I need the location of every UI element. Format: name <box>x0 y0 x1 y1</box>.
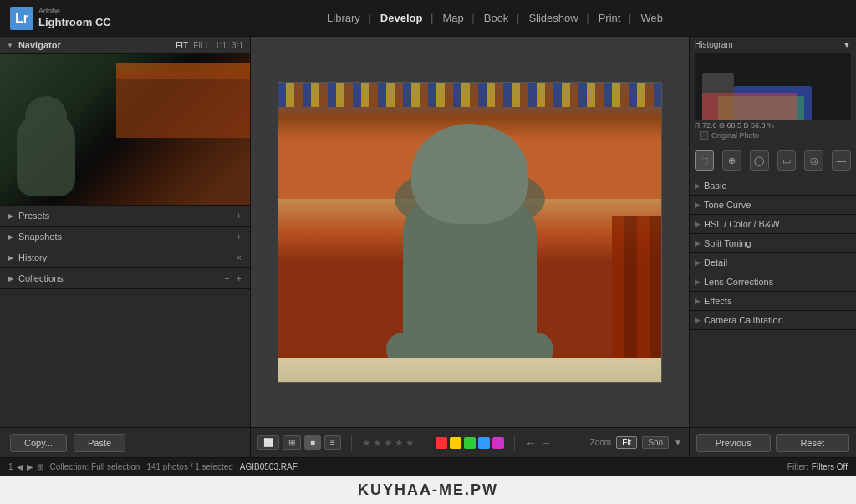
camera-calibration-panel-item[interactable]: ▶ Camera Calibration <box>690 311 856 330</box>
logo-text: Adobe Lightroom CC <box>38 7 111 28</box>
next-arrow-btn[interactable]: → <box>540 436 552 450</box>
original-photo-checkbox[interactable] <box>700 131 708 140</box>
nav-3-1-btn[interactable]: 3:1 <box>232 41 243 50</box>
history-section: ▶ History × <box>0 247 250 268</box>
zoom-fit-btn[interactable]: Fit <box>616 436 637 449</box>
nav-slideshow[interactable]: Slideshow <box>518 8 588 28</box>
color-label-yellow[interactable] <box>450 437 461 449</box>
brush-btn[interactable]: — <box>832 150 851 171</box>
zoom-sho-btn[interactable]: Sho <box>642 436 669 449</box>
nav-lion <box>17 113 75 196</box>
star-1[interactable]: ★ <box>362 437 371 449</box>
reset-button[interactable]: Reset <box>776 434 850 452</box>
snapshots-header[interactable]: ▶ Snapshots + <box>0 227 250 247</box>
histogram-title: Histogram <box>695 40 733 49</box>
star-2[interactable]: ★ <box>373 437 382 449</box>
lens-corrections-panel-item[interactable]: ▶ Lens Corrections <box>690 272 856 292</box>
collections-minus-btn[interactable]: − <box>224 273 229 283</box>
zoom-dropdown-icon[interactable]: ▼ <box>674 438 682 447</box>
color-label-blue[interactable] <box>478 437 490 449</box>
detail-panel-item[interactable]: ▶ Detail <box>690 253 856 272</box>
collections-section: ▶ Collections − + <box>0 268 250 289</box>
histogram-dropdown-icon[interactable]: ▼ <box>843 40 851 49</box>
snapshots-add-btn[interactable]: + <box>237 232 242 242</box>
presets-header[interactable]: ▶ Presets + <box>0 206 250 226</box>
main-image-area <box>251 37 689 427</box>
radial-btn[interactable]: ◎ <box>804 150 823 171</box>
topbar: Lr Adobe Lightroom CC Library Develop Ma… <box>0 0 856 37</box>
nav-map[interactable]: Map <box>432 8 473 28</box>
color-label-red[interactable] <box>436 437 447 449</box>
star-3[interactable]: ★ <box>384 437 393 449</box>
effects-panel-item[interactable]: ▶ Effects <box>690 292 856 311</box>
tone-curve-panel-item[interactable]: ▶ Tone Curve <box>690 196 856 215</box>
nav-fit-btn[interactable]: FIT <box>176 41 188 50</box>
snapshots-label: Snapshots <box>18 232 62 242</box>
list-btn[interactable]: ≡ <box>324 435 341 450</box>
original-photo-label: Original Photo <box>711 131 759 140</box>
watermark-text: KUYHAA-ME.PW <box>358 481 498 498</box>
status-grid-btn[interactable]: ⊞ <box>37 462 43 471</box>
histogram-rgb-info: R 72.6 G 68.5 B 56.3 % <box>695 121 851 130</box>
collections-add-btn[interactable]: + <box>237 273 242 283</box>
toolbar-sep-3 <box>514 435 515 451</box>
copy-button[interactable]: Copy... <box>10 434 67 452</box>
collections-label: Collections <box>18 273 64 283</box>
hsl-panel-item[interactable]: ▶ HSL / Color / B&W <box>690 215 856 234</box>
nav-web[interactable]: Web <box>630 8 673 28</box>
nav-book[interactable]: Book <box>474 8 519 28</box>
presets-add-btn[interactable]: + <box>237 211 242 221</box>
basic-panel-item[interactable]: ▶ Basic <box>690 176 856 196</box>
color-label-green[interactable] <box>464 437 476 449</box>
history-close-btn[interactable]: × <box>237 252 242 262</box>
main-content: ▼ Navigator FIT FILL 1:1 3:1 <box>0 37 856 457</box>
dots-btn[interactable]: ■ <box>304 435 321 450</box>
gradient-btn[interactable]: ▭ <box>777 150 797 171</box>
nav-fill-btn[interactable]: FILL <box>193 41 210 50</box>
status-filename: AGIB0503.RAF <box>240 462 298 471</box>
split-toning-panel-item[interactable]: ▶ Split Toning <box>690 234 856 253</box>
history-header[interactable]: ▶ History × <box>0 247 250 267</box>
grid-view-btn[interactable]: ⊞ <box>283 435 301 450</box>
status-forward-btn[interactable]: ▶ <box>27 462 33 471</box>
nav-1-1-btn[interactable]: 1:1 <box>215 41 227 50</box>
nav-library[interactable]: Library <box>317 8 370 28</box>
paste-button[interactable]: Paste <box>74 434 125 452</box>
presets-expand-icon: ▶ <box>8 212 13 220</box>
status-nav: 1 ◀ ▶ ⊞ <box>8 462 43 471</box>
star-5[interactable]: ★ <box>405 437 415 449</box>
heal-tool-btn[interactable]: ⊕ <box>722 150 741 171</box>
nav-building <box>116 71 250 138</box>
status-bar: 1 ◀ ▶ ⊞ Collection: Full selection 141 p… <box>0 457 856 476</box>
watermark-bar: KUYHAA-ME.PW <box>0 476 856 504</box>
collections-header[interactable]: ▶ Collections − + <box>0 268 250 288</box>
filmstrip-view-btn[interactable]: ⬜ <box>257 435 279 450</box>
navigator-image <box>0 54 250 205</box>
histogram-header: Histogram ▼ <box>695 40 851 49</box>
camera-calib-label: Camera Calibration <box>704 315 783 325</box>
navigator-label: Navigator <box>18 40 61 50</box>
red-eye-btn[interactable]: ◯ <box>750 150 769 171</box>
basic-expand-icon: ▶ <box>695 181 701 190</box>
right-panel: Histogram ▼ R 72.6 G 68.5 B 56.3 % Origi… <box>689 37 856 457</box>
nav-print[interactable]: Print <box>588 8 631 28</box>
history-actions: × <box>237 252 242 262</box>
snapshots-section: ▶ Snapshots + <box>0 227 250 247</box>
nav-develop[interactable]: Develop <box>370 8 433 28</box>
navigator-section: ▼ Navigator FIT FILL 1:1 3:1 <box>0 37 250 206</box>
star-4[interactable]: ★ <box>395 437 404 449</box>
crop-tool-btn[interactable]: ⬚ <box>695 150 714 171</box>
filter-value[interactable]: Filters Off <box>812 462 848 471</box>
presets-left: ▶ Presets <box>8 211 49 221</box>
split-toning-expand-icon: ▶ <box>695 239 701 247</box>
color-label-purple[interactable] <box>492 437 504 449</box>
right-panel-bottom: Previous Reset <box>690 427 856 457</box>
prev-arrow-btn[interactable]: ← <box>525 436 537 450</box>
status-back-btn[interactable]: ◀ <box>17 462 23 471</box>
collections-actions: − + <box>224 273 242 283</box>
logo-area: Lr Adobe Lightroom CC <box>10 7 144 30</box>
history-label: History <box>18 252 47 262</box>
detail-expand-icon: ▶ <box>695 258 701 267</box>
previous-button[interactable]: Previous <box>696 434 771 452</box>
snapshots-actions: + <box>237 232 242 242</box>
